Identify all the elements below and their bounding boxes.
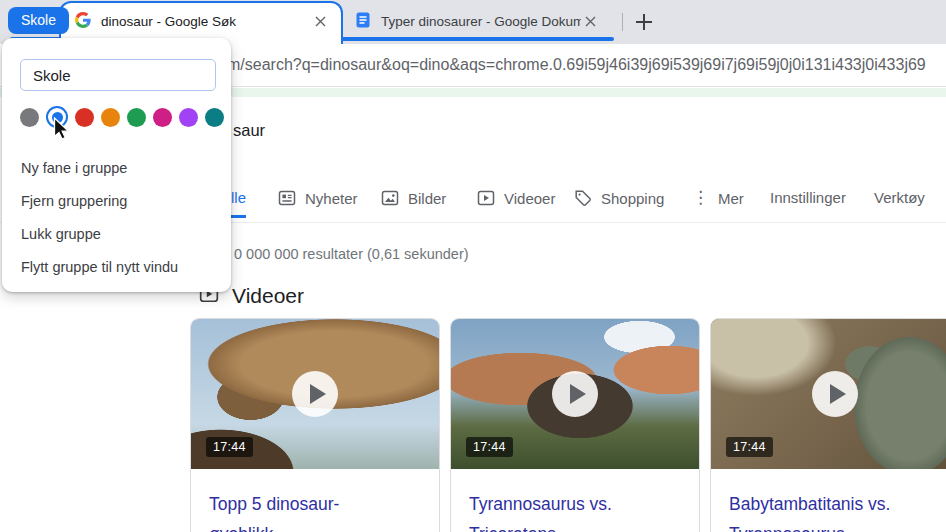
new-tab-button[interactable] — [633, 11, 655, 33]
mouse-cursor-icon — [53, 117, 75, 145]
video-title-link[interactable]: Topp 5 dinosaur-øyeblikk — [191, 469, 409, 532]
tab-group-chip-skole[interactable]: Skole — [8, 7, 69, 34]
results-stats: 0 000 000 resultater (0,61 sekunder) — [234, 246, 469, 262]
play-button-icon[interactable] — [812, 371, 858, 417]
tab-title: dinosaur - Google Søk — [101, 14, 311, 29]
nav-tab-all[interactable]: lle — [231, 189, 246, 218]
nav-label: Videoer — [504, 190, 555, 207]
video-thumbnail[interactable]: 17:44 — [191, 319, 439, 469]
video-card[interactable]: 17:44 Babytambatitanis vs. Tyrannosaurus — [710, 318, 946, 532]
play-button-icon[interactable] — [292, 371, 338, 417]
video-duration: 17:44 — [726, 437, 773, 457]
nav-label: Innstillinger — [770, 189, 846, 206]
nav-tab-more[interactable]: ⋮ Mer — [692, 189, 744, 207]
close-tab-icon[interactable] — [581, 13, 599, 31]
color-swatch-purple[interactable] — [179, 108, 198, 127]
color-swatch-grey[interactable] — [20, 108, 39, 127]
menu-item-move-group[interactable]: Flytt gruppe til nytt vindu — [21, 257, 178, 277]
video-card[interactable]: 17:44 Topp 5 dinosaur-øyeblikk — [190, 318, 440, 532]
google-docs-icon — [355, 12, 371, 32]
color-swatch-red[interactable] — [75, 108, 94, 127]
tab-group-menu: Ny fane i gruppe Fjern gruppering Lukk g… — [2, 38, 231, 292]
video-thumbnail[interactable]: 17:44 — [711, 319, 946, 469]
video-title-link[interactable]: Tyrannosaurus vs. Triceratops — [451, 469, 669, 532]
color-swatch-pink[interactable] — [153, 108, 172, 127]
google-favicon-icon — [75, 12, 91, 32]
group-color-picker — [20, 106, 224, 128]
nav-label: Nyheter — [305, 190, 358, 207]
nav-label: Verktøy — [874, 189, 925, 206]
nav-label: Shopping — [601, 190, 664, 207]
nav-tab-images[interactable]: Bilder — [381, 189, 446, 207]
group-name-input[interactable] — [20, 59, 216, 91]
video-duration: 17:44 — [206, 437, 253, 457]
video-icon — [477, 189, 495, 207]
nav-settings[interactable]: Innstillinger — [770, 189, 846, 206]
shopping-tag-icon — [574, 189, 592, 207]
color-swatch-orange[interactable] — [101, 108, 120, 127]
nav-tab-news[interactable]: Nyheter — [278, 189, 358, 207]
nav-tab-shopping[interactable]: Shopping — [574, 189, 664, 207]
video-title-link[interactable]: Babytambatitanis vs. Tyrannosaurus — [711, 469, 929, 532]
nav-label: Mer — [718, 190, 744, 207]
color-swatch-teal[interactable] — [205, 108, 224, 127]
videos-heading: Videoer — [232, 284, 304, 308]
browser-window: Skole dinosaur - Google Søk — [0, 0, 946, 532]
tab-strip-divider — [622, 13, 623, 31]
color-swatch-green[interactable] — [127, 108, 146, 127]
video-thumbnail[interactable]: 17:44 — [451, 319, 699, 469]
video-duration: 17:44 — [466, 437, 513, 457]
play-button-icon[interactable] — [552, 371, 598, 417]
nav-tools[interactable]: Verktøy — [874, 189, 925, 206]
menu-item-close-group[interactable]: Lukk gruppe — [21, 224, 101, 244]
video-card[interactable]: 17:44 Tyrannosaurus vs. Triceratops — [450, 318, 700, 532]
tab-title: Typer dinosaurer - Google Dokum — [381, 14, 581, 29]
url-bar[interactable]: m/search?q=dinosaur&oq=dino&aqs=chrome.0… — [227, 56, 946, 74]
news-icon — [278, 189, 296, 207]
search-query-text[interactable]: saur — [233, 121, 265, 140]
tab-typer-dinosaurer[interactable]: Typer dinosaurer - Google Dokum — [347, 5, 613, 38]
menu-item-new-tab-in-group[interactable]: Ny fane i gruppe — [21, 158, 127, 178]
nav-tab-videos[interactable]: Videoer — [477, 189, 555, 207]
nav-label: Bilder — [408, 190, 446, 207]
images-icon — [381, 189, 399, 207]
close-tab-icon[interactable] — [311, 13, 329, 31]
menu-item-ungroup[interactable]: Fjern gruppering — [21, 191, 127, 211]
more-vert-icon: ⋮ — [692, 189, 709, 207]
